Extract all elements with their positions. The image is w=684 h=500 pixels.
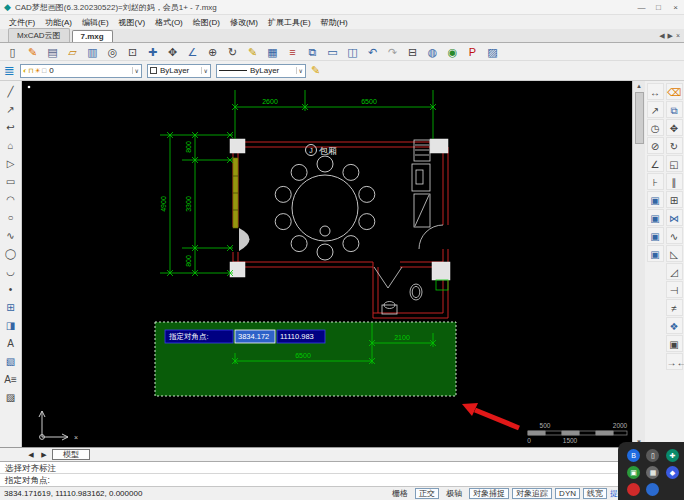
spline-edit-icon[interactable]: ∿: [666, 227, 683, 244]
polygon-icon[interactable]: ⌂: [2, 137, 20, 154]
revision-cloud-icon[interactable]: ◡: [2, 263, 20, 280]
tray-bluetooth-icon[interactable]: B: [627, 449, 640, 462]
web-icon[interactable]: ◍: [423, 44, 442, 60]
toggle-grid[interactable]: 栅格: [388, 488, 412, 499]
layers-stack-icon[interactable]: ≣: [4, 63, 15, 78]
offset-icon[interactable]: ∥: [666, 173, 683, 190]
vertical-scrollbar[interactable]: ▲ ▼: [632, 81, 645, 447]
point-icon[interactable]: •: [2, 281, 20, 298]
layout-next-icon[interactable]: ▶: [39, 451, 49, 459]
palette-icon[interactable]: ▦: [263, 44, 282, 60]
construction-line-icon[interactable]: ↗: [2, 101, 20, 118]
menu-draw[interactable]: 绘图(D): [188, 17, 225, 28]
toggle-osnap[interactable]: 对象捕捉: [469, 488, 509, 499]
tab-model[interactable]: 模型: [52, 449, 90, 460]
rotate-icon[interactable]: ↻: [666, 137, 683, 154]
array-icon[interactable]: ⊞: [666, 191, 683, 208]
line-icon[interactable]: ╱: [2, 83, 20, 100]
boundary-icon[interactable]: ▣: [666, 335, 683, 352]
scroll-up-icon[interactable]: ▲: [633, 81, 645, 91]
undo-icon[interactable]: ↶: [363, 44, 382, 60]
layer-lock-icon[interactable]: ⊓: [28, 67, 33, 75]
ellipse-icon[interactable]: ◯: [2, 245, 20, 262]
arc-icon[interactable]: ◠: [2, 191, 20, 208]
tab-prev-icon[interactable]: ◀: [659, 32, 664, 40]
tab-close-icon[interactable]: ×: [676, 32, 680, 40]
tab-7mxg[interactable]: 7.mxg: [72, 30, 113, 42]
regen-icon[interactable]: ↻: [223, 44, 242, 60]
image-insert-icon[interactable]: ▨: [483, 44, 502, 60]
save-as-icon[interactable]: ▥: [83, 44, 102, 60]
tray-clipboard-icon[interactable]: ▯: [646, 449, 659, 462]
mirror-icon[interactable]: ⋈: [666, 209, 683, 226]
drawing-canvas[interactable]: J 包厢 2600 6500 4900 800 3300 800 6500 21…: [22, 81, 632, 447]
toggle-polar[interactable]: 极轴: [442, 488, 466, 499]
print-icon[interactable]: ⊟: [403, 44, 422, 60]
polygon2-icon[interactable]: ▷: [2, 155, 20, 172]
zoom-object-icon[interactable]: ⊕: [203, 44, 222, 60]
dim-diameter-icon[interactable]: ⊘: [647, 137, 664, 154]
layer-select[interactable]: ◐⊓☀□ 0 ∨: [20, 64, 142, 78]
tray-blue-icon[interactable]: ●: [646, 483, 659, 496]
dim-angular-icon[interactable]: ∠: [647, 155, 664, 172]
measure-icon[interactable]: ∠: [183, 44, 202, 60]
mtext-icon[interactable]: A≡: [2, 371, 20, 388]
zoom-extents-icon[interactable]: ✚: [143, 44, 162, 60]
match-properties-icon[interactable]: ✎: [311, 64, 320, 77]
menu-view[interactable]: 视图(V): [114, 17, 151, 28]
menu-modify[interactable]: 修改(M): [225, 17, 263, 28]
zoom-icon[interactable]: ◎: [103, 44, 122, 60]
display-icon[interactable]: ◫: [343, 44, 362, 60]
tab-next-icon[interactable]: ▶: [668, 32, 673, 40]
tray-shield-icon[interactable]: ◆: [666, 466, 679, 479]
toggle-dyn[interactable]: DYN: [555, 488, 580, 499]
pdf-export-icon[interactable]: P: [463, 44, 482, 60]
maximize-button[interactable]: □: [650, 3, 667, 12]
tray-red-icon[interactable]: ●: [627, 483, 640, 496]
color-select[interactable]: ByLayer ∨: [147, 64, 211, 78]
trim-icon[interactable]: ⊣: [666, 281, 683, 298]
toggle-otrack[interactable]: 对象追踪: [512, 488, 552, 499]
menu-edit[interactable]: 编辑(E): [77, 17, 114, 28]
linetype-select[interactable]: ByLayer ∨: [216, 64, 306, 78]
layout-prev-icon[interactable]: ◀: [26, 451, 36, 459]
menu-function[interactable]: 功能(A): [40, 17, 77, 28]
sketch-icon[interactable]: ✎: [23, 44, 42, 60]
layer-bulb-icon[interactable]: ◐: [23, 67, 27, 75]
menu-file[interactable]: 文件(F): [4, 17, 40, 28]
draw-pencil-icon[interactable]: ✎: [243, 44, 262, 60]
minimize-button[interactable]: —: [633, 3, 650, 12]
tray-plus-icon[interactable]: ✚: [666, 449, 679, 462]
hatch-icon[interactable]: ▨: [2, 389, 20, 406]
pan-icon[interactable]: ✥: [163, 44, 182, 60]
dim-aligned-icon[interactable]: ↗: [647, 101, 664, 118]
menu-express-tools[interactable]: 扩展工具(E): [263, 17, 316, 28]
blocks-tool-3-icon[interactable]: ▣: [647, 227, 664, 244]
toggle-lineweight[interactable]: 线宽: [583, 488, 607, 499]
create-block-icon[interactable]: ◨: [2, 317, 20, 334]
menu-format[interactable]: 格式(O): [150, 17, 188, 28]
command-prompt[interactable]: 指定对角点:: [0, 474, 684, 486]
fillet-icon[interactable]: ◿: [666, 263, 683, 280]
blocks-tool-4-icon[interactable]: ▣: [647, 245, 664, 262]
join-icon[interactable]: →←: [666, 353, 683, 370]
open-file-icon[interactable]: ▱: [63, 44, 82, 60]
erase-icon[interactable]: ⌫: [666, 83, 683, 100]
web-publish-icon[interactable]: ◉: [443, 44, 462, 60]
zoom-window-icon[interactable]: ⊡: [123, 44, 142, 60]
sheet-copy-icon[interactable]: ⧉: [303, 44, 322, 60]
close-button[interactable]: ×: [667, 3, 684, 12]
spline-icon[interactable]: ∿: [2, 227, 20, 244]
image-icon[interactable]: ▧: [2, 353, 20, 370]
dim-radius-icon[interactable]: ◷: [647, 119, 664, 136]
blocks-tool-2-icon[interactable]: ▣: [647, 209, 664, 226]
tray-camera-icon[interactable]: ▦: [646, 466, 659, 479]
scrollbar-thumb[interactable]: [635, 92, 644, 144]
chamfer-icon[interactable]: ◺: [666, 245, 683, 262]
save-icon[interactable]: ▤: [43, 44, 62, 60]
explode-icon[interactable]: ❖: [666, 317, 683, 334]
polyline-icon[interactable]: ↩: [2, 119, 20, 136]
tab-mxcad-cloud[interactable]: MxCAD云图: [8, 28, 70, 42]
monitor-icon[interactable]: ▭: [323, 44, 342, 60]
dim-continue-icon[interactable]: ⊦: [647, 173, 664, 190]
